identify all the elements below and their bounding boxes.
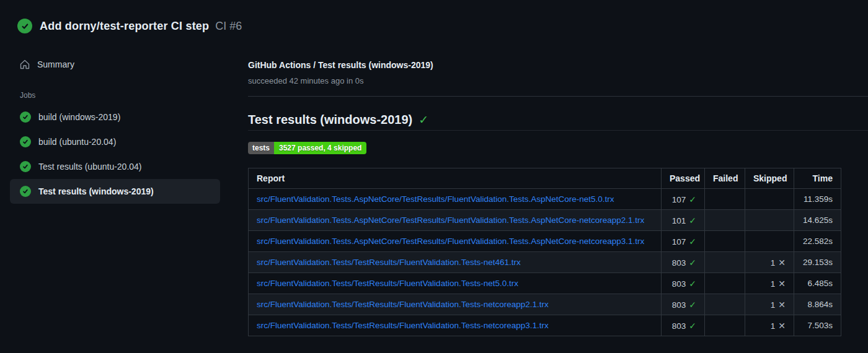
success-circle-icon — [17, 19, 32, 33]
report-link[interactable]: src/FluentValidation.Tests.AspNetCore/Te… — [257, 194, 614, 204]
failed-cell — [705, 231, 745, 252]
report-link[interactable]: src/FluentValidation.Tests/TestResults/F… — [257, 300, 549, 309]
jobs-section-label: Jobs — [20, 91, 220, 100]
cross-icon: ✕ — [778, 279, 786, 289]
table-row: src/FluentValidation.Tests/TestResults/F… — [249, 252, 841, 273]
success-circle-icon — [20, 111, 31, 123]
table-row: src/FluentValidation.Tests.AspNetCore/Te… — [249, 210, 841, 231]
column-header-passed: Passed — [662, 168, 705, 189]
report-cell: src/FluentValidation.Tests.AspNetCore/Te… — [249, 189, 662, 210]
report-cell: src/FluentValidation.Tests.AspNetCore/Te… — [249, 231, 662, 252]
report-link[interactable]: src/FluentValidation.Tests/TestResults/F… — [257, 258, 521, 267]
results-table-body: src/FluentValidation.Tests.AspNetCore/Te… — [249, 189, 841, 336]
run-title: Add dorny/test-reporter CI step — [40, 20, 209, 33]
cross-icon: ✕ — [778, 321, 786, 331]
skipped-cell — [745, 210, 794, 231]
check-icon: ✓ — [689, 279, 696, 289]
failed-cell — [705, 210, 745, 231]
main-content: GitHub Actions / Test results (windows-2… — [248, 0, 868, 353]
skipped-cell — [745, 231, 794, 252]
sidebar-job-item[interactable]: build (windows-2019) — [10, 105, 220, 129]
report-cell: src/FluentValidation.Tests/TestResults/F… — [249, 273, 662, 294]
table-row: src/FluentValidation.Tests.AspNetCore/Te… — [249, 189, 841, 210]
sidebar-summary-label: Summary — [37, 59, 74, 69]
success-circle-icon — [20, 186, 31, 197]
report-link[interactable]: src/FluentValidation.Tests/TestResults/F… — [257, 321, 549, 330]
passed-cell: 803✓ — [662, 273, 705, 294]
job-label: Test results (windows-2019) — [38, 186, 154, 196]
section-title: Test results (windows-2019) — [248, 113, 412, 127]
report-link[interactable]: src/FluentValidation.Tests/TestResults/F… — [257, 279, 518, 288]
time-cell: 7.503s — [794, 315, 841, 336]
tests-badge: tests 3527 passed, 4 skipped — [248, 142, 366, 154]
cross-icon: ✕ — [778, 300, 786, 310]
column-header-failed: Failed — [705, 168, 745, 189]
time-cell: 11.359s — [794, 189, 841, 210]
time-cell: 29.153s — [794, 252, 841, 273]
column-header-skipped: Skipped — [745, 168, 794, 189]
table-row: src/FluentValidation.Tests/TestResults/F… — [249, 294, 841, 315]
report-cell: src/FluentValidation.Tests/TestResults/F… — [249, 294, 662, 315]
sidebar-job-item[interactable]: Test results (windows-2019) — [10, 179, 220, 204]
check-run-status: succeeded 42 minutes ago in 0s — [248, 76, 363, 85]
results-table: Report Passed Failed Skipped Time src/Fl… — [248, 168, 841, 336]
table-row: src/FluentValidation.Tests/TestResults/F… — [249, 315, 841, 336]
success-circle-icon — [20, 161, 31, 172]
sidebar-item-summary[interactable]: Summary — [10, 54, 220, 74]
table-header-row: Report Passed Failed Skipped Time — [249, 168, 841, 189]
check-run-title: GitHub Actions / Test results (windows-2… — [248, 60, 433, 70]
failed-cell — [705, 252, 745, 273]
skipped-cell: 1✕ — [745, 294, 794, 315]
time-cell: 6.485s — [794, 273, 841, 294]
sidebar: Summary Jobs build (windows-2019) build … — [10, 54, 220, 204]
workflow-run-header: Add dorny/test-reporter CI step CI #6 — [17, 19, 242, 33]
job-label: build (ubuntu-20.04) — [38, 137, 116, 147]
skipped-cell: 1✕ — [745, 315, 794, 336]
sidebar-job-item[interactable]: build (ubuntu-20.04) — [10, 129, 220, 154]
failed-cell — [705, 315, 745, 336]
check-icon: ✓ — [689, 258, 696, 268]
failed-cell — [705, 273, 745, 294]
jobs-list: build (windows-2019) build (ubuntu-20.04… — [10, 105, 220, 204]
badge-value: 3527 passed, 4 skipped — [274, 142, 366, 154]
check-icon: ✓ — [689, 321, 696, 331]
passed-cell: 107✓ — [662, 189, 705, 210]
time-cell: 22.582s — [794, 231, 841, 252]
divider — [248, 96, 868, 97]
check-icon: ✓ — [689, 216, 696, 225]
table-row: src/FluentValidation.Tests/TestResults/F… — [249, 273, 841, 294]
check-icon: ✓ — [689, 194, 696, 204]
sidebar-job-item[interactable]: Test results (ubuntu-20.04) — [10, 154, 220, 179]
home-icon — [20, 59, 30, 69]
time-cell: 8.864s — [794, 294, 841, 315]
passed-cell: 803✓ — [662, 315, 705, 336]
report-cell: src/FluentValidation.Tests/TestResults/F… — [249, 315, 662, 336]
badge-label: tests — [248, 142, 274, 154]
failed-cell — [705, 189, 745, 210]
failed-cell — [705, 294, 745, 315]
passed-cell: 803✓ — [662, 252, 705, 273]
skipped-cell — [745, 189, 794, 210]
check-icon: ✓ — [418, 113, 428, 127]
report-cell: src/FluentValidation.Tests.AspNetCore/Te… — [249, 210, 662, 231]
column-header-time: Time — [794, 168, 841, 189]
table-row: src/FluentValidation.Tests.AspNetCore/Te… — [249, 231, 841, 252]
cross-icon: ✕ — [778, 258, 786, 268]
report-cell: src/FluentValidation.Tests/TestResults/F… — [249, 252, 662, 273]
passed-cell: 803✓ — [662, 294, 705, 315]
report-link[interactable]: src/FluentValidation.Tests.AspNetCore/Te… — [257, 216, 644, 225]
skipped-cell: 1✕ — [745, 252, 794, 273]
job-label: build (windows-2019) — [38, 112, 120, 122]
column-header-report: Report — [249, 168, 662, 189]
section-heading: Test results (windows-2019) ✓ — [248, 113, 428, 127]
skipped-cell: 1✕ — [745, 273, 794, 294]
check-icon: ✓ — [689, 300, 696, 310]
success-circle-icon — [20, 136, 31, 147]
run-number: CI #6 — [215, 20, 242, 33]
time-cell: 14.625s — [794, 210, 841, 231]
report-link[interactable]: src/FluentValidation.Tests.AspNetCore/Te… — [257, 237, 644, 246]
divider — [248, 130, 868, 131]
check-icon: ✓ — [689, 237, 696, 246]
passed-cell: 107✓ — [662, 231, 705, 252]
passed-cell: 101✓ — [662, 210, 705, 231]
